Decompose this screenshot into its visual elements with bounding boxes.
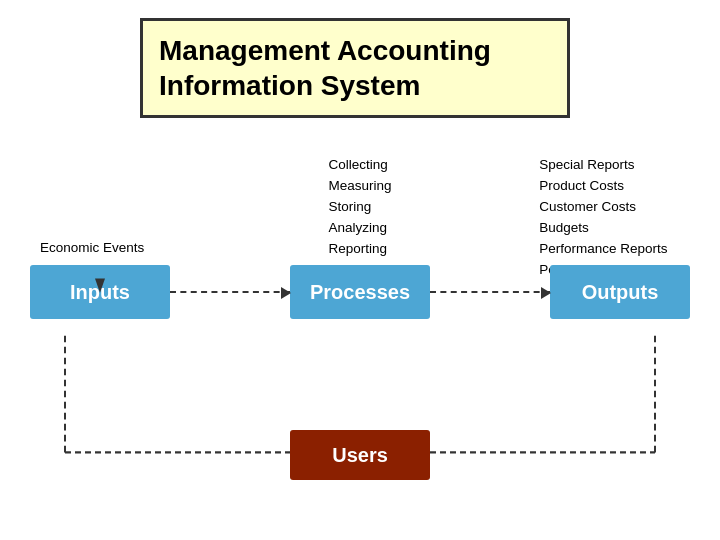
- economic-events-label: Economic Events: [40, 240, 144, 255]
- title-line2: Information System: [159, 70, 420, 101]
- diagram: Economic Events Collecting Measuring Sto…: [30, 155, 690, 480]
- dashed-arrow-2: [430, 291, 550, 293]
- arrow-processes-outputs: [430, 291, 550, 293]
- dashed-arrow-1: [170, 291, 290, 293]
- processes-box: Processes: [290, 265, 430, 319]
- title-box: Management Accounting Information System: [140, 18, 570, 118]
- arrow-inputs-processes: [170, 291, 290, 293]
- inputs-box: Inputs: [30, 265, 170, 319]
- users-box: Users: [290, 430, 430, 480]
- outputs-box: Outputs: [550, 265, 690, 319]
- outputs-list: Special Reports Product Costs Customer C…: [539, 155, 690, 281]
- boxes-row: Inputs Processes Outputs: [30, 265, 690, 319]
- page: Management Accounting Information System…: [0, 0, 720, 540]
- processes-list: Collecting Measuring Storing Analyzing R…: [328, 155, 391, 281]
- title-line1: Management Accounting: [159, 35, 491, 66]
- title-text: Management Accounting Information System: [159, 33, 551, 103]
